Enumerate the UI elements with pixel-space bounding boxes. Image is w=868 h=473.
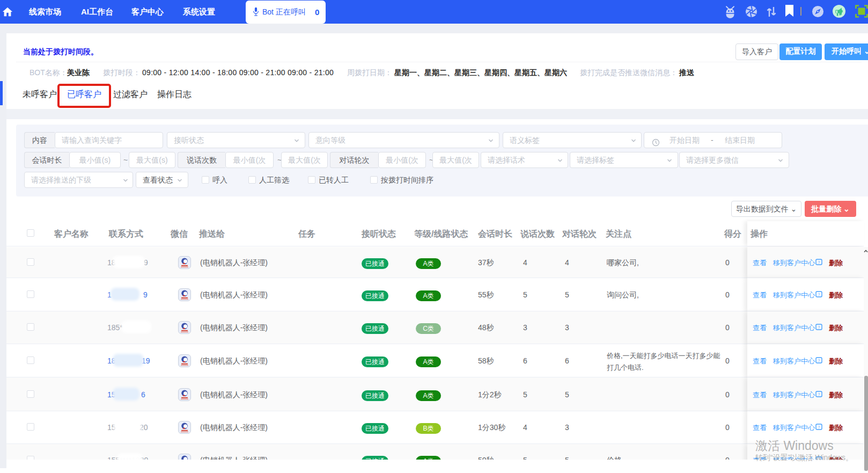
svg-text:?: ?	[818, 293, 820, 296]
svg-text:?: ?	[818, 325, 820, 329]
svg-text:?: ?	[818, 392, 820, 396]
svg-text:?: ?	[818, 359, 820, 362]
svg-text:?: ?	[818, 260, 820, 264]
svg-text:?: ?	[818, 425, 820, 429]
